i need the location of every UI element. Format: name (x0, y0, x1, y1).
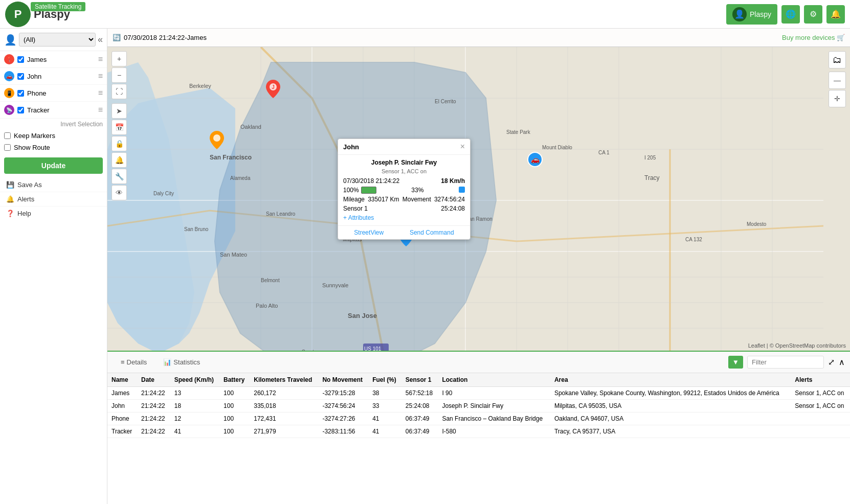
sidebar-collapse-button[interactable]: « (98, 34, 103, 45)
svg-text:🚗: 🚗 (531, 155, 540, 164)
cell-area: Tracy, CA 95377, USA (550, 425, 791, 438)
fullscreen-button[interactable]: ⛶ (111, 84, 127, 99)
keep-markers-checkbox[interactable] (4, 132, 11, 139)
alerts-icon: 🔔 (6, 195, 14, 203)
cell-location: San Francisco – Oakland Bay Bridge (438, 413, 550, 425)
device-checkbox-james[interactable] (17, 56, 24, 63)
tab-statistics[interactable]: 📊 Statistics (155, 354, 208, 371)
filter-button[interactable]: ▼ (728, 356, 743, 369)
notifications-button[interactable]: 🔔 (826, 5, 845, 24)
popup-header: John × (338, 139, 470, 155)
help-label: Help (17, 210, 31, 217)
collapse-panel-button[interactable]: ∧ (839, 357, 845, 367)
device-name-phone: Phone (27, 89, 98, 97)
table-row[interactable]: John 21:24:22 18 100 335,018 -3274:56:24… (107, 400, 850, 413)
sidebar-top: 👤 (All) « (0, 29, 107, 51)
device-checkbox-john[interactable] (17, 73, 24, 80)
popup-close-button[interactable]: × (460, 142, 465, 151)
svg-text:San Leandro: San Leandro (266, 211, 296, 217)
show-route-label: Show Route (14, 144, 50, 151)
popup-sensor1-row: Sensor 1 25:24:08 (343, 205, 465, 212)
popup-mileage-label: Mileage (343, 196, 365, 203)
zoom-out-button[interactable]: − (111, 67, 127, 83)
cell-date: 21:24:22 (137, 400, 170, 413)
battery-icon (361, 187, 376, 194)
svg-text:Sunnyvale: Sunnyvale (322, 282, 348, 288)
popup-mileage-row: Mileage 335017 Km Movement 3274:56:24 (343, 196, 465, 203)
popup-datetime-row: 07/30/2018 21:24:22 18 Km/h (343, 177, 465, 185)
wrench-button[interactable]: 🔧 (111, 169, 127, 184)
save-as-button[interactable]: 💾 Save As (0, 178, 107, 192)
cell-km: 335,018 (250, 400, 318, 413)
streetview-link[interactable]: StreetView (354, 229, 384, 236)
invert-selection-link[interactable]: Invert Selection (0, 119, 107, 130)
save-as-icon: 💾 (6, 181, 14, 189)
cell-area: Spokane Valley, Spokane County, Washingt… (550, 387, 791, 400)
table-row[interactable]: James 21:24:22 13 100 260,172 -3279:15:2… (107, 387, 850, 400)
settings-button[interactable]: ⚙ (804, 5, 822, 24)
help-button[interactable]: ❓ Help (0, 207, 107, 220)
marker-phone[interactable] (210, 131, 224, 151)
globe-button[interactable]: 🌐 (781, 5, 800, 24)
device-icon-tracker: 📡 (4, 105, 14, 115)
device-menu-phone[interactable]: ≡ (98, 88, 103, 98)
data-table: Name Date Speed (Km/h) Battery Kilometer… (107, 373, 850, 504)
bell-button[interactable]: 🔔 (111, 152, 127, 168)
device-item-john[interactable]: 🚗 John ≡ (0, 68, 107, 85)
lock-button[interactable]: 🔒 (111, 136, 127, 151)
map-crosshair-button[interactable]: ✛ (829, 90, 846, 107)
marker-remote-car[interactable]: 🚗 (527, 151, 543, 169)
table-row[interactable]: Tracker 21:24:22 41 100 271,979 -3283:11… (107, 425, 850, 438)
popup-device-name: John (343, 143, 359, 151)
cell-speed: 41 (170, 425, 219, 438)
svg-text:Modesto: Modesto (747, 221, 767, 227)
zoom-in-button[interactable]: + (111, 51, 127, 66)
cell-sensor1: 567:52:18 (401, 387, 438, 400)
cell-sensor1: 25:24:08 (401, 400, 438, 413)
cell-area: Milpitas, CA 95035, USA (550, 400, 791, 413)
expand-button[interactable]: ⤢ (828, 357, 835, 367)
navigate-button[interactable]: ➤ (111, 103, 127, 119)
cell-km: 260,172 (250, 387, 318, 400)
device-menu-john[interactable]: ≡ (98, 72, 103, 81)
filter-input[interactable] (747, 356, 824, 369)
calendar-button[interactable]: 📅 (111, 120, 127, 135)
marker-james[interactable]: J (266, 80, 280, 100)
device-filter-select[interactable]: (All) (19, 33, 96, 47)
buy-more-link[interactable]: Buy more devices 🛒 (782, 34, 845, 41)
table-header-row: Name Date Speed (Km/h) Battery Kilometer… (107, 373, 850, 387)
show-route-checkbox[interactable] (4, 144, 11, 151)
send-command-link[interactable]: Send Command (410, 229, 454, 236)
tab-details[interactable]: ≡ Details (113, 354, 155, 371)
cell-name: John (107, 400, 137, 413)
map-container[interactable]: 🔄 07/30/2018 21:24:22-James Buy more dev… (107, 29, 850, 351)
device-menu-tracker[interactable]: ≡ (98, 105, 103, 114)
alerts-button[interactable]: 🔔 Alerts (0, 192, 107, 207)
svg-text:Mount Diablo: Mount Diablo (542, 145, 572, 150)
map-road-button[interactable]: — (829, 72, 846, 89)
device-item-tracker[interactable]: 📡 Tracker ≡ (0, 102, 107, 119)
cell-km: 172,431 (250, 413, 318, 425)
device-icon-phone: 📱 (4, 88, 14, 98)
table-row[interactable]: Phone 21:24:22 12 100 172,431 -3274:27:2… (107, 413, 850, 425)
cell-alerts: Sensor 1, ACC on (791, 400, 850, 413)
popup-battery: 100% (343, 187, 376, 194)
attributes-link[interactable]: + Attributes (343, 214, 374, 221)
popup-mileage-value: 335017 Km (368, 196, 399, 203)
user-button[interactable]: 👤 Plaspy (726, 4, 777, 25)
cell-alerts (791, 425, 850, 438)
cell-name: Phone (107, 413, 137, 425)
save-as-label: Save As (17, 181, 42, 189)
device-item-phone[interactable]: 📱 Phone ≡ (0, 85, 107, 102)
device-menu-james[interactable]: ≡ (98, 55, 103, 64)
update-button[interactable]: Update (4, 157, 103, 174)
eye-button[interactable]: 👁 (111, 185, 127, 200)
device-checkbox-tracker[interactable] (17, 107, 24, 113)
user-avatar: 👤 (732, 7, 747, 21)
map-layers-button[interactable]: 🗂 (829, 51, 846, 68)
svg-text:CA 1: CA 1 (598, 150, 610, 155)
popup-sensor1-label: Sensor 1 (343, 205, 368, 212)
popup-battery-pct: 100% (343, 187, 359, 194)
device-item-james[interactable]: 📍 James ≡ (0, 51, 107, 68)
device-checkbox-phone[interactable] (17, 90, 24, 97)
